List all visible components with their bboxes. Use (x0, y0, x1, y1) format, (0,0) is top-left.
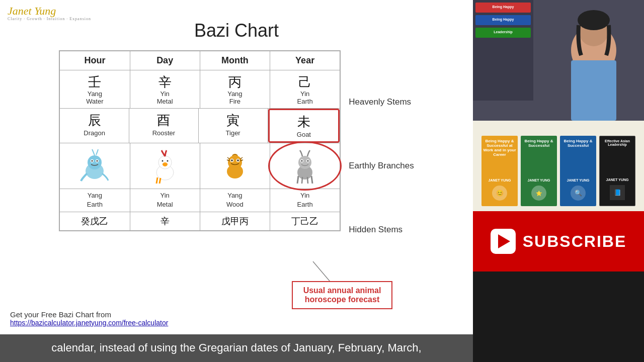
branch-year: 未 Goat (268, 109, 340, 143)
heavenly-stems-label: Heavenly Stems (349, 97, 414, 107)
svg-point-10 (162, 160, 163, 162)
svg-point-4 (92, 160, 93, 162)
earthly-branches-label: Earthly Branches (349, 161, 414, 171)
subscribe-button[interactable]: SUBSCRIBE (473, 211, 644, 272)
svg-rect-41 (571, 60, 616, 121)
svg-text:📘: 📘 (614, 189, 621, 196)
svg-text:⭐: ⭐ (536, 190, 542, 197)
branch-day: 酉 Rooster (129, 109, 199, 143)
play-icon (491, 229, 516, 254)
bazi-table: Hour Day Month Year 壬 Yang Water 辛 Yin M… (59, 50, 341, 231)
bazi-chart-wrapper: Hour Day Month Year 壬 Yang Water 辛 Yin M… (0, 50, 473, 261)
book-2: Being Happy & Successful JANET YUNG ⭐ (521, 136, 557, 206)
main-content-area: Janet Yung Clarity · Growth · Intuition … (0, 0, 473, 362)
webcam-background: Being Happy Being Happy Leadership (473, 0, 644, 121)
tooltip-box: Usual annual animal horoscope forecast (292, 281, 392, 309)
svg-text:Being Happy: Being Happy (493, 5, 514, 9)
free-bazi-label: Get your Free Bazi Chart from (10, 310, 168, 319)
dragon-icon (77, 148, 112, 184)
animal-dragon (60, 143, 130, 189)
tiger-icon (217, 148, 253, 184)
stem-hour: 壬 Yang Water (60, 70, 130, 108)
hidden-hour: 癸戊乙 (60, 212, 130, 230)
svg-text:Being Happy: Being Happy (493, 18, 514, 22)
svg-point-18 (237, 159, 239, 161)
books-shelf: Being Happy & Successful at Work and in … (473, 121, 644, 211)
branch-elements-row: Yang Earth Yin Metal Yang Wood Yin Earth (60, 189, 340, 212)
col-header-month: Month (200, 51, 270, 70)
earthly-branches-row: 辰 Dragon 酉 Rooster 寅 Tiger 未 Goat (60, 109, 340, 143)
branch-month: 寅 Tiger (199, 109, 268, 143)
book-4: Effective Asian Leadership JANET YUNG 📘 (599, 136, 635, 206)
hidden-year: 丁己乙 (270, 212, 340, 230)
logo: Janet Yung Clarity · Growth · Intuition … (8, 5, 91, 22)
element-year: Yin Earth (270, 189, 340, 211)
goat-icon (287, 148, 323, 184)
svg-text:🔍: 🔍 (575, 189, 582, 197)
subtitle-bar: calendar, instead of using the Gregarian… (0, 334, 473, 362)
animal-tiger (200, 143, 270, 189)
col-header-hour: Hour (60, 51, 130, 70)
play-triangle (498, 234, 510, 248)
svg-point-28 (301, 160, 303, 162)
element-month: Yang Wood (200, 189, 270, 211)
branch-hour: 辰 Dragon (60, 109, 129, 143)
animals-row (60, 143, 340, 189)
right-panel: Being Happy Being Happy Leadership Being… (473, 0, 644, 362)
hidden-stems-row: 癸戊乙 辛 戊甲丙 丁己乙 (60, 212, 340, 230)
chart-header-row: Hour Day Month Year (60, 51, 340, 70)
heavenly-stems-row: 壬 Yang Water 辛 Yin Metal 丙 Yang Fire 己 Y… (60, 70, 340, 109)
animal-goat (270, 143, 340, 189)
svg-point-17 (231, 159, 233, 161)
svg-point-12 (163, 162, 168, 166)
animal-rooster (130, 143, 200, 189)
stem-year: 己 Yin Earth (270, 70, 340, 108)
free-bazi-section: Get your Free Bazi Chart from https://ba… (10, 310, 168, 327)
room-background: Being Happy Being Happy Leadership (473, 0, 644, 121)
stem-day: 辛 Yin Metal (130, 70, 200, 108)
svg-point-5 (97, 160, 98, 162)
col-header-day: Day (130, 51, 200, 70)
book-1: Being Happy & Successful at Work and in … (481, 136, 518, 206)
logo-subtitle: Clarity · Growth · Intuition · Expansion (8, 17, 91, 22)
chart-labels: Heavenly Stems Earthly Branches Hidden S… (349, 50, 414, 261)
hidden-day: 辛 (130, 212, 200, 230)
stem-month: 丙 Yang Fire (200, 70, 270, 108)
webcam-area: Being Happy Being Happy Leadership (473, 0, 644, 121)
svg-point-11 (167, 160, 168, 162)
svg-text:😊: 😊 (496, 189, 504, 197)
element-day: Yin Metal (130, 189, 200, 211)
rooster-icon (147, 148, 183, 184)
svg-point-42 (578, 10, 610, 30)
subscribe-label: SUBSCRIBE (523, 232, 626, 251)
element-hour: Yang Earth (60, 189, 130, 211)
free-bazi-link[interactable]: https://bazicalculator.janetyung.com/fre… (10, 319, 168, 327)
hidden-month: 戊甲丙 (200, 212, 270, 230)
book-3: Being Happy & Successful JANET YUNG 🔍 (560, 136, 596, 206)
svg-point-29 (307, 160, 309, 162)
svg-point-1 (88, 155, 102, 169)
hidden-stems-label: Hidden Stems (349, 225, 414, 235)
svg-point-25 (298, 156, 311, 169)
svg-text:Leadership: Leadership (494, 30, 512, 34)
col-header-year: Year (270, 51, 340, 70)
